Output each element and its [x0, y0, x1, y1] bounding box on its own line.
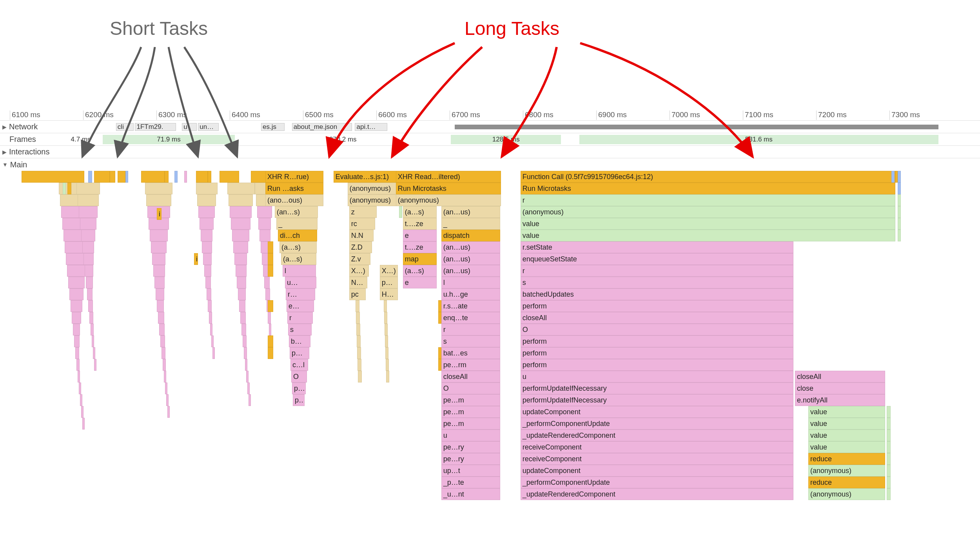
network-request-bar[interactable] — [455, 125, 938, 129]
flame-task[interactable] — [118, 171, 125, 183]
flame-frame[interactable]: _updateRenderedComponent — [521, 488, 793, 500]
flame-frame[interactable] — [386, 359, 389, 371]
flame-frame[interactable] — [438, 312, 441, 324]
flame-frame[interactable] — [88, 300, 93, 312]
flame-frame[interactable] — [260, 230, 270, 241]
frame-bar[interactable]: 270.2 ms — [235, 135, 451, 144]
flame-frame[interactable] — [268, 347, 273, 359]
flame-frame[interactable]: value — [808, 441, 885, 453]
flame-frame[interactable] — [92, 335, 94, 347]
flame-frame[interactable] — [208, 300, 212, 312]
flame-frame[interactable] — [76, 359, 80, 371]
flame-frame[interactable] — [166, 394, 169, 406]
flame-frame[interactable]: u… — [285, 277, 316, 288]
flame-frame[interactable]: closeAll — [521, 312, 793, 324]
flame-chart[interactable]: iiXHR R…rue)Run …asks(ano…ous)(an…s)_di…… — [0, 171, 980, 551]
flame-frame[interactable] — [268, 241, 273, 253]
time-ruler[interactable]: 6100 ms6200 ms6300 ms6400 ms6500 ms6600 … — [0, 110, 980, 121]
flame-frame[interactable] — [74, 335, 80, 347]
flame-frame[interactable] — [151, 241, 167, 253]
flame-task[interactable] — [208, 171, 211, 183]
flame-frame[interactable]: N.N — [349, 230, 374, 241]
flame-frame[interactable] — [153, 265, 165, 277]
flame-frame[interactable] — [150, 230, 168, 241]
flame-frame[interactable] — [243, 335, 247, 347]
flame-frame[interactable] — [203, 253, 212, 265]
flame-frame[interactable]: (an…us) — [441, 265, 500, 277]
flame-frame[interactable] — [265, 288, 270, 300]
flame-frame[interactable]: r — [441, 324, 500, 335]
flame-frame[interactable] — [399, 206, 402, 218]
flame-frame[interactable] — [245, 359, 247, 371]
flame-frame[interactable]: (a…s) — [403, 265, 437, 277]
flame-frame[interactable] — [898, 230, 901, 241]
flame-frame[interactable]: pc — [349, 288, 366, 300]
flame-frame[interactable] — [236, 265, 247, 277]
flame-frame[interactable] — [205, 277, 211, 288]
flame-task[interactable] — [196, 171, 208, 183]
flame-frame[interactable]: closeAll — [441, 371, 500, 382]
flame-frame[interactable] — [238, 288, 246, 300]
flame-frame[interactable] — [71, 300, 82, 312]
flame-frame[interactable]: r — [521, 265, 793, 277]
flame-frame[interactable]: enq…te — [441, 312, 500, 324]
flame-frame[interactable] — [162, 347, 165, 359]
flame-frame[interactable] — [887, 430, 891, 441]
flame-frame[interactable] — [257, 206, 272, 218]
flame-frame[interactable] — [231, 218, 250, 230]
flame-frame[interactable] — [234, 253, 247, 265]
flame-task[interactable]: Function Call (0.5f7c99157096ec64.js:12) — [521, 171, 895, 183]
flame-frame[interactable] — [94, 359, 96, 371]
flame-frame[interactable]: pe…rm — [441, 359, 500, 371]
flame-frame[interactable] — [268, 253, 273, 265]
flame-frame[interactable] — [78, 371, 80, 382]
flame-frame[interactable] — [78, 194, 99, 206]
flame-frame[interactable] — [75, 347, 79, 359]
flame-frame[interactable]: value — [808, 418, 885, 430]
network-request-bar[interactable]: es.js — [261, 123, 285, 131]
flame-frame[interactable]: p… — [293, 394, 305, 406]
flame-frame[interactable]: receiveComponent — [521, 441, 793, 453]
flame-frame[interactable] — [246, 371, 249, 382]
flame-frame[interactable] — [895, 171, 898, 183]
flame-frame[interactable] — [152, 253, 165, 265]
flame-frame[interactable]: (an…us) — [441, 253, 500, 265]
flame-frame[interactable]: _ — [276, 218, 318, 230]
flame-frame[interactable] — [160, 335, 165, 347]
flame-frame[interactable]: u — [521, 371, 793, 382]
flame-frame[interactable] — [209, 312, 212, 324]
network-request-bar[interactable]: cli — [116, 123, 134, 131]
flame-task[interactable] — [220, 171, 239, 183]
flame-frame[interactable]: e — [403, 230, 437, 241]
flame-frame[interactable] — [158, 312, 164, 324]
track-frames[interactable]: Frames 4.7 ms71.9 ms270.2 ms128.5 ms531.… — [0, 133, 980, 146]
flame-frame[interactable]: close — [795, 382, 885, 394]
flame-task[interactable] — [110, 171, 115, 183]
flame-frame[interactable] — [81, 230, 95, 241]
flame-task[interactable]: XHR Read…iltered) — [396, 171, 501, 183]
flame-frame[interactable] — [887, 465, 891, 477]
flame-frame[interactable] — [232, 230, 249, 241]
flame-frame[interactable]: (anonymous) — [521, 206, 895, 218]
flame-frame[interactable]: Run Microtasks — [521, 183, 895, 194]
flame-frame[interactable]: (an…s) — [275, 206, 318, 218]
flame-frame[interactable]: performUpdateIfNecessary — [521, 394, 793, 406]
flame-frame[interactable]: (a…s) — [281, 253, 316, 265]
flame-frame[interactable] — [87, 288, 93, 300]
flame-frame[interactable] — [67, 265, 86, 277]
flame-frame[interactable]: u — [441, 430, 500, 441]
flame-frame[interactable] — [264, 277, 270, 288]
flame-frame[interactable]: l — [441, 277, 500, 288]
flame-frame[interactable] — [200, 218, 214, 230]
flame-frame[interactable]: r — [521, 194, 895, 206]
flame-frame[interactable] — [72, 312, 81, 324]
flame-frame[interactable]: Run …asks — [265, 183, 323, 194]
flame-frame[interactable] — [887, 418, 891, 430]
flame-frame[interactable] — [212, 347, 215, 359]
flame-frame[interactable]: r… — [286, 288, 315, 300]
flame-frame[interactable]: receiveComponent — [521, 453, 793, 465]
flame-frame[interactable]: i — [157, 208, 162, 220]
flame-frame[interactable]: rc — [349, 218, 375, 230]
flame-frame[interactable]: X…) — [349, 265, 369, 277]
flame-frame[interactable]: pe…ry — [441, 453, 500, 465]
